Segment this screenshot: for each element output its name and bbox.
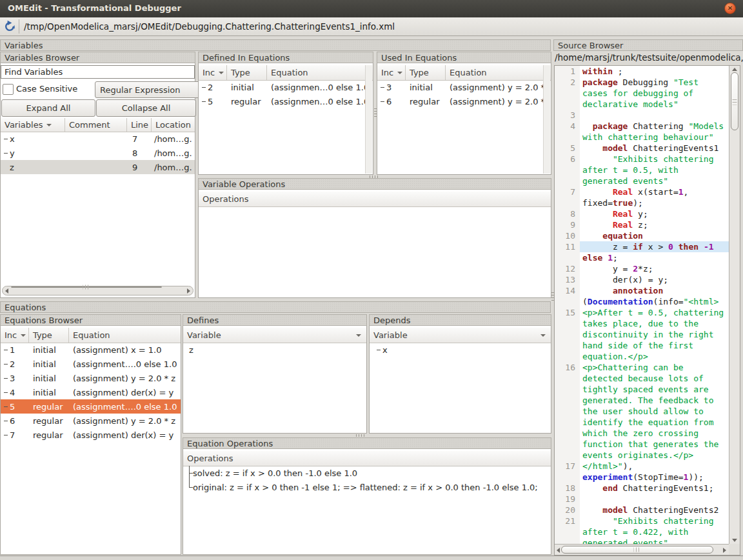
variable-row[interactable]: y8/hom…g.: [1, 146, 195, 160]
code-line[interactable]: which the zero crossing: [555, 428, 729, 439]
equation-row[interactable]: 2initial(assignmen…0 else 1.0: [199, 80, 365, 94]
variables-horizontal-scrollbar[interactable]: [2, 286, 193, 295]
equation-row[interactable]: 3initial(assignment) y = 2.0 * z: [377, 80, 543, 94]
column-header-variable[interactable]: Variable: [183, 328, 366, 343]
column-header-location[interactable]: Location: [152, 118, 195, 132]
code-line[interactable]: 1within ;: [555, 66, 729, 77]
code-line[interactable]: else 1;: [555, 252, 729, 263]
code-line[interactable]: 9 Real z;: [555, 219, 729, 230]
code-line[interactable]: 7 Real x(start=1,: [555, 186, 729, 197]
code-line[interactable]: 5 model ChatteringEvents1: [555, 143, 729, 154]
equation-row[interactable]: 6regular(assignment) y = 2.0 * z: [1, 414, 181, 428]
scroll-left-icon[interactable]: [5, 288, 8, 294]
column-header-equation[interactable]: Equation: [267, 65, 373, 80]
column-header-inc[interactable]: Inc: [199, 65, 227, 80]
code-line[interactable]: after t = 0.5, with: [555, 165, 729, 175]
code-line[interactable]: generated events": [555, 175, 729, 186]
equation-row[interactable]: 4initial(assignment) der(x) = y: [1, 385, 181, 399]
column-header-equation[interactable]: Equation: [69, 328, 181, 343]
column-header-inc[interactable]: Inc: [1, 328, 29, 343]
code-horizontal-scrollbar[interactable]: [555, 544, 729, 555]
code-line[interactable]: equation.</p>: [555, 351, 729, 362]
code-line[interactable]: cases for debugging of: [555, 88, 729, 99]
variable-row[interactable]: x: [370, 343, 551, 357]
source-browser-title[interactable]: Source Browser: [553, 39, 743, 51]
defined-in-equations-header[interactable]: Defined In Equations: [198, 52, 373, 63]
code-line[interactable]: 8 Real y;: [555, 208, 729, 219]
code-line[interactable]: takes place, due to the: [555, 318, 729, 329]
expand-all-button[interactable]: Expand All: [1, 99, 95, 117]
column-header-line[interactable]: Line: [127, 118, 152, 132]
match-mode-combobox[interactable]: Regular Expression: [95, 81, 213, 98]
scrollbar-thumb[interactable]: [561, 546, 713, 554]
equations-dock-title[interactable]: Equations: [0, 301, 551, 313]
code-line[interactable]: 11 z = if x > 0 then -1: [555, 241, 729, 252]
scroll-right-icon[interactable]: [187, 288, 190, 294]
code-line[interactable]: 4 package Chattering "Models: [555, 121, 729, 132]
code-line[interactable]: hand side of the first: [555, 340, 729, 351]
variable-row[interactable]: x7/hom…g.: [1, 132, 195, 146]
column-header-inc[interactable]: Inc: [377, 65, 406, 80]
variables-dock-title[interactable]: Variables: [0, 39, 551, 51]
code-line[interactable]: 18 end ChatteringEvents1;: [555, 483, 729, 494]
code-line[interactable]: 20 model ChatteringEvents2: [555, 505, 729, 515]
column-header-variable[interactable]: Variable: [370, 328, 551, 343]
equation-row[interactable]: 5regular(assignment….0 else 1.0: [1, 399, 181, 414]
equation-row[interactable]: 6regular(assignment) y = 2.0 * z: [377, 94, 543, 108]
depends-header[interactable]: Depends: [369, 314, 551, 326]
scroll-right-icon[interactable]: [723, 548, 726, 553]
code-line[interactable]: fixed=true);: [555, 197, 729, 208]
column-header-operations[interactable]: Operations: [199, 192, 551, 206]
equation-row[interactable]: 3initial(assignment) y = 2.0 * z: [1, 371, 181, 385]
variable-row[interactable]: z: [183, 343, 366, 357]
code-line[interactable]: 6 "Exhibits chattering: [555, 154, 729, 165]
title-bar[interactable]: OMEdit - Transformational Debugger ✕: [0, 0, 743, 17]
code-line[interactable]: 14 annotation: [555, 285, 729, 296]
variable-row[interactable]: z9/hom…g.: [1, 160, 195, 174]
equation-row[interactable]: 2initial(assignment….0 else 1.0: [1, 357, 181, 371]
operation-row[interactable]: solved: z = if x > 0.0 then -1.0 else 1.…: [186, 466, 551, 480]
scroll-down-icon[interactable]: [732, 539, 737, 542]
code-line[interactable]: 21 "Exhibits chattering: [555, 515, 729, 526]
equation-row[interactable]: 7regular(assignment) der(x) = y: [1, 428, 181, 442]
scroll-up-icon[interactable]: [732, 68, 737, 71]
code-line[interactable]: function that generates the: [555, 439, 729, 450]
code-line[interactable]: after t = 0.422, with: [555, 526, 729, 537]
code-line[interactable]: (Documentation(info="<html>: [555, 296, 729, 307]
column-header-operations[interactable]: Operations: [183, 451, 551, 466]
code-line[interactable]: 17</html>"),: [555, 461, 729, 472]
scrollbar-thumb[interactable]: [11, 286, 162, 288]
scrollbar-thumb[interactable]: [731, 72, 738, 130]
code-line[interactable]: 19: [555, 494, 729, 505]
code-line[interactable]: 10 equation: [555, 230, 729, 241]
equations-browser-header[interactable]: Equations Browser: [0, 314, 181, 326]
code-line[interactable]: discontinuity in the right: [555, 329, 729, 340]
scroll-left-icon[interactable]: [557, 548, 560, 553]
collapse-all-button[interactable]: Collapse All: [96, 99, 196, 117]
variables-browser-header[interactable]: Variables Browser: [0, 52, 195, 63]
equation-row[interactable]: 5regular(assignmen…0 else 1.0: [199, 94, 365, 108]
equation-row[interactable]: 1initial(assignment) x = 1.0: [1, 343, 181, 357]
code-line[interactable]: tightly spaced events are: [555, 384, 729, 395]
variable-operations-header[interactable]: Variable Operations: [198, 178, 551, 190]
code-line[interactable]: 15<p>After t = 0.5, chattering: [555, 307, 729, 318]
code-line[interactable]: declarative models": [555, 99, 729, 110]
code-line[interactable]: events originates.</p>: [555, 450, 729, 461]
code-line[interactable]: with chattering behaviour": [555, 132, 729, 143]
code-line[interactable]: the user should allow to: [555, 406, 729, 417]
defines-header[interactable]: Defines: [183, 314, 367, 326]
used-in-equations-header[interactable]: Used In Equations: [377, 52, 551, 63]
code-line[interactable]: identify the equation from: [555, 417, 729, 428]
column-header-type[interactable]: Type: [227, 65, 267, 80]
equation-operations-header[interactable]: Equation Operations: [183, 437, 551, 449]
code-line[interactable]: 2package Debugging "Test: [555, 77, 729, 88]
operation-row[interactable]: original: z = if x > 0 then -1 else 1; =…: [186, 480, 551, 494]
reload-icon[interactable]: [3, 20, 16, 33]
close-button[interactable]: ✕: [724, 3, 736, 14]
used-in-vertical-scrollbar[interactable]: [543, 65, 550, 174]
defined-in-vertical-scrollbar[interactable]: [365, 65, 372, 174]
code-vertical-scrollbar[interactable]: [729, 66, 740, 544]
code-line[interactable]: 12 y = 2*z;: [555, 263, 729, 274]
case-sensitive-checkbox[interactable]: [3, 84, 14, 95]
column-header-type[interactable]: Type: [29, 328, 69, 343]
